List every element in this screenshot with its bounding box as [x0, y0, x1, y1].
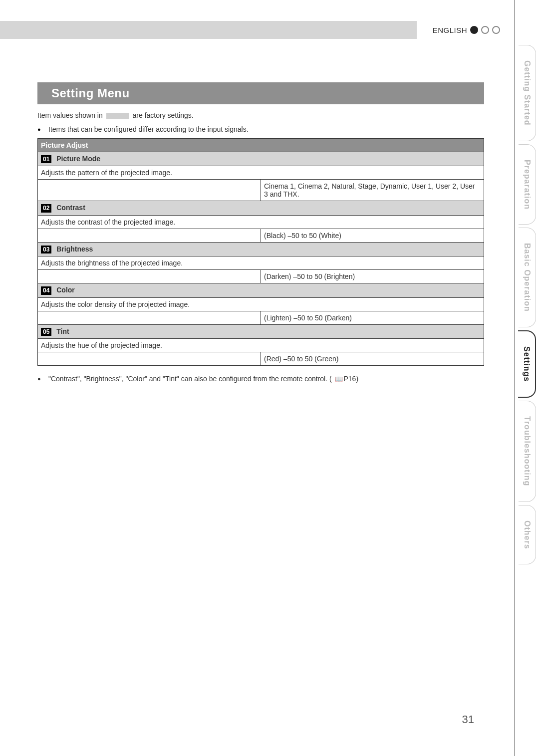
- table-section-header: Picture Adjust: [38, 139, 484, 152]
- language-label: ENGLISH: [433, 26, 467, 34]
- footnote: "Contrast", "Brightness", "Color" and "T…: [48, 375, 484, 383]
- row-value: (Black) –50 to 50 (White): [261, 229, 484, 242]
- row-value: Cinema 1, Cinema 2, Natural, Stage, Dyna…: [261, 180, 484, 201]
- row-number: 02: [41, 204, 51, 212]
- factory-swatch-icon: [106, 113, 129, 119]
- row-number: 01: [41, 155, 51, 163]
- indent-cell: [38, 180, 261, 201]
- intro-suffix: are factory settings.: [133, 111, 194, 119]
- tab-settings[interactable]: Settings: [518, 330, 536, 398]
- footnote-close: ): [356, 375, 358, 383]
- row-value: (Red) –50 to 50 (Green): [261, 352, 484, 365]
- page-number: 31: [462, 713, 474, 726]
- row-title: 05 Tint: [38, 324, 484, 338]
- settings-table: Picture Adjust 01 Picture Mode Adjusts t…: [37, 138, 484, 366]
- intro-line: Item values shown in are factory setting…: [37, 111, 484, 119]
- language-indicator: ENGLISH: [433, 21, 504, 39]
- row-title: 03 Brightness: [38, 242, 484, 256]
- row-label: Brightness: [56, 245, 93, 253]
- row-label: Contrast: [56, 204, 85, 212]
- dot-filled-icon: [470, 26, 478, 34]
- row-number: 03: [41, 246, 51, 253]
- row-label: Color: [56, 286, 75, 294]
- tab-others[interactable]: Others: [519, 505, 536, 565]
- top-gray-bar: [0, 21, 417, 39]
- footnote-text: "Contrast", "Brightness", "Color" and "T…: [48, 375, 332, 383]
- dot-open-icon: [481, 26, 489, 34]
- tab-preparation[interactable]: Preparation: [519, 144, 536, 225]
- row-label: Tint: [56, 327, 69, 335]
- row-desc: Adjusts the contrast of the projected im…: [38, 215, 484, 229]
- note-line: Items that can be configured differ acco…: [48, 125, 484, 133]
- indent-cell: [38, 270, 261, 283]
- row-title: 04 Color: [38, 283, 484, 297]
- footnote-page-ref: P16: [344, 375, 356, 383]
- indent-cell: [38, 229, 261, 242]
- row-label: Picture Mode: [56, 155, 100, 163]
- row-desc: Adjusts the pattern of the projected ima…: [38, 166, 484, 180]
- section-heading: Setting Menu: [37, 82, 484, 104]
- row-value: (Darken) –50 to 50 (Brighten): [261, 270, 484, 283]
- tab-basic-operation[interactable]: Basic Operation: [519, 228, 536, 327]
- row-value: (Lighten) –50 to 50 (Darken): [261, 311, 484, 324]
- indent-cell: [38, 352, 261, 365]
- row-desc: Adjusts the color density of the project…: [38, 297, 484, 311]
- indent-cell: [38, 311, 261, 324]
- row-title: 01 Picture Mode: [38, 152, 484, 166]
- book-icon: 📖: [335, 375, 343, 383]
- row-desc: Adjusts the brightness of the projected …: [38, 256, 484, 270]
- row-number: 04: [41, 286, 51, 294]
- row-number: 05: [41, 328, 51, 336]
- tab-troubleshooting[interactable]: Troubleshooting: [519, 401, 536, 502]
- side-tabs: Getting Started Preparation Basic Operat…: [514, 0, 539, 756]
- tab-getting-started[interactable]: Getting Started: [519, 45, 536, 141]
- row-title: 02 Contrast: [38, 201, 484, 215]
- intro-prefix: Item values shown in: [37, 111, 105, 119]
- main-content: ENGLISH Setting Menu Item values shown i…: [0, 0, 504, 756]
- row-desc: Adjusts the hue of the projected image.: [38, 338, 484, 352]
- dot-open-icon: [492, 26, 500, 34]
